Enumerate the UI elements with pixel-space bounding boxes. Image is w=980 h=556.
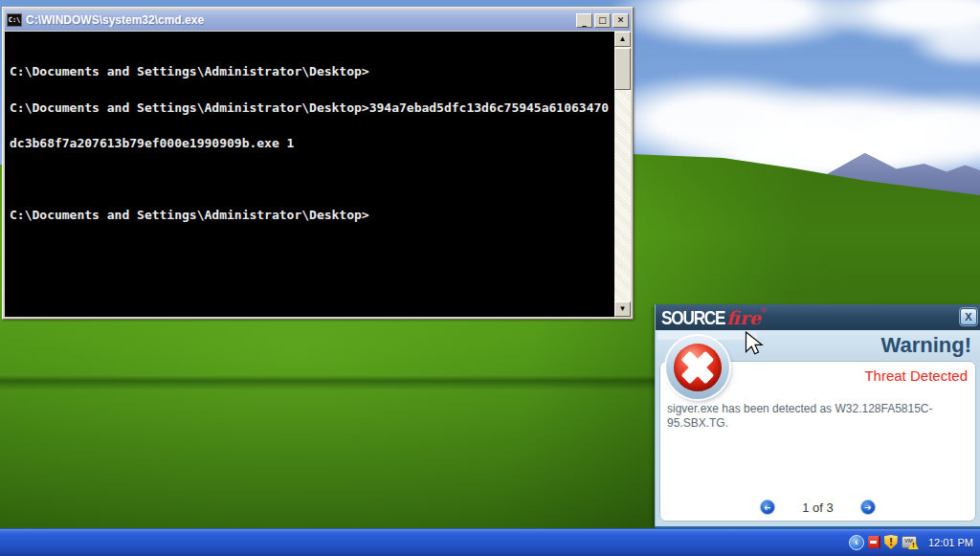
vm-tools-tray-icon[interactable]: VM !: [902, 536, 917, 548]
cmd-console[interactable]: C:\Documents and Settings\Administrator\…: [5, 32, 631, 317]
console-line: C:\Documents and Settings\Administrator\…: [10, 210, 612, 222]
prev-page-button[interactable]: ➔: [760, 500, 775, 515]
console-line: C:\Documents and Settings\Administrator\…: [10, 66, 612, 78]
logo-source-text: SOURCE: [661, 306, 724, 329]
sourcefire-logo: SOURCEfire®: [661, 306, 767, 329]
close-button[interactable]: ✕: [612, 13, 629, 28]
cmd-scrollbar[interactable]: ▲ ▼: [614, 32, 631, 317]
maximize-button[interactable]: □: [594, 13, 611, 28]
sourcefire-warning-popup: SOURCEfire® X Warning! Threat Detected s…: [655, 304, 980, 526]
registered-mark: ®: [761, 306, 767, 315]
window-controls: _ □ ✕: [576, 13, 629, 28]
next-page-button[interactable]: ➔: [860, 500, 876, 515]
chevron-left-icon: ‹: [855, 536, 858, 547]
threat-message: sigver.exe has been detected as W32.128F…: [667, 402, 966, 431]
page-indicator: 1 of 3: [802, 500, 834, 515]
cmd-window-title: C:\WINDOWS\system32\cmd.exe: [26, 13, 204, 27]
cmd-icon: C:\: [7, 13, 22, 27]
scroll-up-button[interactable]: ▲: [614, 32, 631, 47]
mouse-cursor: [745, 331, 764, 357]
threat-message-line: 95.SBX.TG.: [667, 416, 966, 431]
popup-close-button[interactable]: X: [960, 308, 977, 325]
minus-icon: [870, 541, 877, 544]
console-output: C:\Documents and Settings\Administrator\…: [10, 42, 612, 246]
antivirus-disabled-tray-icon[interactable]: [868, 536, 880, 548]
scroll-thumb[interactable]: [614, 48, 631, 90]
logo-fire-text: fire: [726, 307, 761, 328]
minimize-button[interactable]: _: [576, 13, 592, 28]
exclamation-mark: !: [889, 537, 894, 547]
cmd-titlebar[interactable]: C:\ C:\WINDOWS\system32\cmd.exe _ □ ✕: [5, 10, 631, 31]
security-alert-shield-icon[interactable]: !: [884, 535, 898, 549]
threat-message-line: sigver.exe has been detected as W32.128F…: [667, 402, 966, 416]
hide-tray-icons-button[interactable]: ‹: [849, 535, 864, 550]
desktop: C:\ C:\WINDOWS\system32\cmd.exe _ □ ✕ C:…: [0, 0, 980, 556]
taskbar: ‹ ! VM ! 12:01 PM: [0, 528, 980, 556]
popup-banner: SOURCEfire® X: [656, 304, 980, 330]
console-line: [10, 174, 612, 187]
cmd-window: C:\ C:\WINDOWS\system32\cmd.exe _ □ ✕ C:…: [2, 7, 634, 320]
scroll-down-button[interactable]: ▼: [614, 301, 631, 317]
error-icon-sphere: [674, 344, 722, 391]
pager: ➔ 1 of 3 ➔: [660, 500, 975, 515]
warning-title: Warning!: [881, 333, 972, 358]
taskbar-clock[interactable]: 12:01 PM: [928, 537, 973, 548]
threat-status-label: Threat Detected: [864, 367, 968, 384]
left-arrow-icon: ➔: [764, 503, 771, 512]
console-line: dc3b68f7a207613b79ef000e1990909b.exe 1: [10, 138, 612, 150]
console-line: C:\Documents and Settings\Administrator\…: [10, 102, 612, 115]
right-arrow-icon: ➔: [864, 503, 872, 512]
error-icon: [666, 336, 729, 399]
